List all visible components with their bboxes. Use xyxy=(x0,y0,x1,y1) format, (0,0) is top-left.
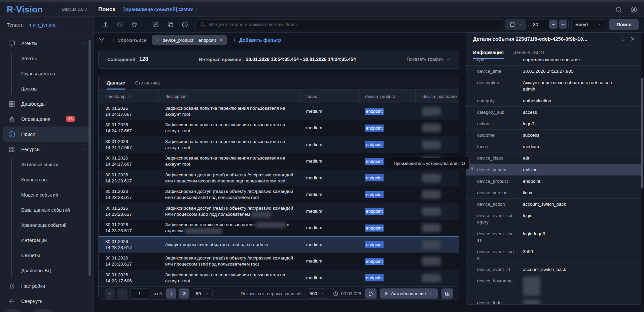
tab-information[interactable]: Информация xyxy=(473,50,504,59)
user-account-icon[interactable] xyxy=(630,6,637,13)
column-header-device-product[interactable]: device_product xyxy=(358,90,416,103)
details-row-device_version[interactable]: device_versionlinux xyxy=(466,187,641,199)
details-row-device_event_id[interactable]: device_event_idaccount_switch_back xyxy=(466,264,641,275)
save-query-icon[interactable] xyxy=(152,21,159,28)
details-row-device_vendor[interactable]: device_vendorr-vision xyxy=(466,164,641,176)
table-row[interactable]: 30.01.202614:23:28.617Зафиксирован досту… xyxy=(99,253,459,270)
page-size-select[interactable]: 50 xyxy=(192,288,213,299)
next-page-button[interactable] xyxy=(166,288,176,299)
table-row[interactable]: 30.01.202614:23:28.617Зафиксирован досту… xyxy=(99,186,459,203)
interval-unit-select[interactable]: минут xyxy=(571,19,606,30)
interval-unit: минут xyxy=(575,22,588,27)
table-row[interactable]: 30.01.202614:23:28.617Аккаунт переключен… xyxy=(99,236,459,253)
table-row[interactable]: 30.01.202614:23:28.617Зафиксировано откл… xyxy=(99,220,459,237)
details-row-device_action[interactable]: device_actionaccount_switch_back xyxy=(466,199,641,210)
reset-filters-button[interactable]: Сбросить все xyxy=(110,38,146,43)
sidebar-item-агенты[interactable]: Агенты xyxy=(3,36,91,51)
show-chart-button[interactable]: Показать график xyxy=(406,57,450,62)
show-first-select[interactable]: 500 xyxy=(306,288,329,299)
sidebar-subitem-хранилища-событий[interactable]: Хранилища событий xyxy=(0,217,94,233)
device-product-highlight: endpoint xyxy=(365,125,384,132)
interval-decrement-button[interactable] xyxy=(549,20,558,29)
table-row[interactable]: 30.01.202614:23:29.617Зафиксирован досту… xyxy=(99,170,459,186)
close-panel-icon[interactable] xyxy=(630,36,636,42)
remove-filter-icon[interactable] xyxy=(219,38,223,42)
table-row[interactable]: 30.01.202614:23:17.606Зафиксирована попы… xyxy=(99,270,459,286)
tab-data[interactable]: Данные xyxy=(107,80,125,90)
column-header-description[interactable]: description xyxy=(158,90,299,103)
details-value: Аккаунт переключен обратно с root на sea… xyxy=(523,79,624,92)
query-input[interactable]: Введите запрос и нажмите кнопку Поиск xyxy=(195,19,502,30)
details-row-type[interactable]: typeнормализованное событие xyxy=(466,59,641,66)
description-text: Зафиксирована попытка переключения польз… xyxy=(165,106,285,117)
details-row-device_event_code[interactable]: device_event_code3509 xyxy=(466,246,641,264)
sidebar-item-поиск[interactable]: Поиск xyxy=(3,127,91,142)
details-row-device_class[interactable]: device_classedr xyxy=(466,152,641,164)
details-row-focus[interactable]: focusmedium xyxy=(466,141,641,152)
storage-selector[interactable]: [Хранилище событий] CIMv2 xyxy=(123,7,200,12)
table-row[interactable]: 30.01.202614:24:17.667Зафиксирована попы… xyxy=(99,120,459,137)
details-row-category[interactable]: categoryauthentication xyxy=(466,95,641,107)
sidebar-subitem-активные-списки[interactable]: Активные списки xyxy=(0,157,94,172)
reset-filters-label: Сбросить все xyxy=(118,38,146,43)
column-settings-button[interactable] xyxy=(441,288,453,299)
details-row-device_hostname[interactable]: device_hostname xyxy=(466,275,641,297)
tenant-select[interactable]: main_tenant xyxy=(29,22,62,28)
details-row-device_time[interactable]: device_time30.01.2026 14:23:27.985 xyxy=(466,66,641,77)
sidebar-scrollbar[interactable] xyxy=(88,40,91,276)
details-row-outcome[interactable]: outcomesuccess xyxy=(466,130,641,141)
details-row-device_event_class[interactable]: device_event_classlogin-logoff xyxy=(466,228,641,246)
autorefresh-button[interactable]: Автообновление xyxy=(380,288,438,299)
column-header-device-hostname[interactable]: device_hostname xyxy=(415,90,459,103)
prev-page-button[interactable] xyxy=(117,288,128,299)
search-button[interactable]: Поиск xyxy=(609,19,639,30)
sidebar-subitem-агенты[interactable]: Агенты xyxy=(0,51,94,66)
cell-device-hostname xyxy=(415,207,459,216)
sort-icon[interactable] xyxy=(129,94,134,99)
sidebar-item-ресурсы[interactable]: Ресурсы xyxy=(3,142,91,157)
details-row-device_event_category[interactable]: device_event_categorylogin xyxy=(466,210,641,228)
details-row-device_product[interactable]: device_productendpoint xyxy=(466,176,641,187)
first-page-button[interactable] xyxy=(105,288,115,299)
chart-icon[interactable] xyxy=(181,21,188,28)
sidebar-subitem-шлюзы[interactable]: Шлюзы xyxy=(0,81,94,96)
disable-icon[interactable] xyxy=(116,21,123,28)
interval-increment-button[interactable] xyxy=(559,20,567,29)
tab-json-data[interactable]: Данные JSON xyxy=(513,50,544,59)
refresh-button[interactable] xyxy=(365,288,377,299)
details-row-description[interactable]: descriptionАккаунт переключен обратно с … xyxy=(466,77,641,95)
export-icon[interactable] xyxy=(102,21,109,28)
more-actions-icon[interactable] xyxy=(620,36,626,42)
details-row-action[interactable]: actionlogoff xyxy=(466,118,641,130)
sidebar-subitem-коллекторы[interactable]: Коллекторы xyxy=(0,172,94,187)
details-scrollbar[interactable] xyxy=(641,78,643,188)
add-filter-button[interactable]: Добавить фильтр xyxy=(232,37,281,43)
global-search-icon[interactable] xyxy=(615,6,622,13)
details-row-category_sub[interactable]: category_subaccess xyxy=(466,107,641,118)
sidebar-item-дашборды[interactable]: Дашборды xyxy=(3,96,91,111)
table-row[interactable]: 30.01.202614:24:17.667Зафиксирована попы… xyxy=(99,103,459,120)
redacted-text xyxy=(251,212,271,217)
table-row[interactable]: 30.01.202614:23:28.617Зафиксирован досту… xyxy=(99,203,459,220)
sidebar-subitem-модели-событий[interactable]: Модели событий xyxy=(0,187,94,202)
page-number-input[interactable]: 1 xyxy=(130,288,149,299)
sidebar-footer-настройки[interactable]: Настройки xyxy=(3,278,91,293)
tab-statistics[interactable]: Статистика xyxy=(135,80,160,90)
sidebar-subitem-интеграции[interactable]: Интеграции xyxy=(0,233,94,248)
table-row[interactable]: 30.01.202614:24:17.667Зафиксирована попы… xyxy=(99,136,459,153)
column-header-focus[interactable]: focus xyxy=(299,90,358,103)
filter-chip[interactable]: device_product = endpoint xyxy=(152,35,227,45)
copy-query-icon[interactable] xyxy=(167,21,174,28)
last-page-button[interactable] xyxy=(179,288,189,299)
sidebar-subitem-группы-агентов[interactable]: Группы агентов xyxy=(0,66,94,81)
interval-value-input[interactable]: 30 xyxy=(529,19,569,30)
column-header-timestamp[interactable]: timestamp xyxy=(99,90,158,103)
timestamp-time: 14:24:17.667 xyxy=(105,111,158,117)
sidebar-subitem-секреты[interactable]: Секреты xyxy=(0,248,94,263)
calendar-button[interactable] xyxy=(505,19,526,30)
favorite-icon[interactable] xyxy=(131,21,138,28)
sidebar-subitem-базы-данных-событий[interactable]: Базы данных событий xyxy=(0,202,94,217)
sidebar-footer-свернуть[interactable]: Свернуть xyxy=(3,293,91,309)
sidebar-item-оповещения[interactable]: Оповещения63 xyxy=(3,111,91,127)
details-row-device_fqdn[interactable]: device_fqdn xyxy=(466,297,641,304)
